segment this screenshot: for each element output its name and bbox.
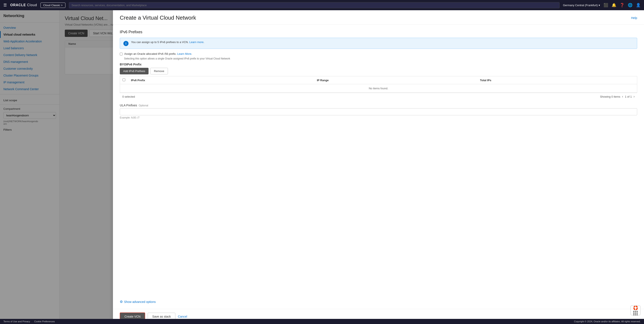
- col-total-ips: Total IPs: [477, 76, 637, 84]
- footer-links: Terms of Use and Privacy Cookie Preferen…: [4, 320, 58, 323]
- nav-right: Germany Central (Frankfurt) ▾ ⬛ 🔔 ❓ 🌐 👤: [563, 3, 640, 8]
- table-footer: 0 selected Showing 0 items ‹ 1 of 1 ›: [120, 93, 637, 100]
- oracle-ipv6-label: Assign an Oracle allocated IPv6 /56 pref…: [124, 52, 192, 56]
- cloud-classic-button[interactable]: Cloud Classic >: [40, 2, 66, 8]
- checkbox-learn-more-link[interactable]: Learn More: [177, 52, 191, 56]
- section-ipv6-title: IPv6 Prefixes: [120, 30, 637, 34]
- oracle-ipv6-checkbox-row: Assign an Oracle allocated IPv6 /56 pref…: [120, 52, 637, 56]
- prev-page-button[interactable]: ‹: [622, 95, 623, 98]
- help-widget-grid: [633, 311, 638, 316]
- modal-header: Create a Virtual Cloud Network Help: [113, 10, 644, 25]
- col-ipv6-prefix: IPv6 Prefix: [128, 76, 314, 84]
- globe-icon[interactable]: 🌐: [628, 3, 632, 8]
- help-widget-icon: 🛟: [633, 305, 638, 310]
- user-icon[interactable]: 👤: [636, 3, 640, 8]
- cookie-link[interactable]: Cookie Preferences: [34, 320, 55, 323]
- select-all-checkbox[interactable]: [122, 78, 125, 81]
- bottom-bar: Terms of Use and Privacy Cookie Preferen…: [0, 319, 644, 324]
- select-all-col: [120, 76, 128, 84]
- byoipv6-table: IPv6 Prefix IP Range Total IPs No items …: [120, 76, 637, 93]
- create-vcn-modal: Create a Virtual Cloud Network Help IPv6…: [113, 10, 644, 324]
- info-text: You can assign up to 5 IPv6 prefixes to …: [131, 40, 204, 44]
- sliders-icon: ⚙: [120, 300, 123, 304]
- info-icon: i: [124, 41, 128, 46]
- remove-button[interactable]: Remove: [150, 68, 168, 74]
- ula-example: Example: fc00::/7: [120, 116, 637, 119]
- terms-link[interactable]: Terms of Use and Privacy: [4, 320, 30, 323]
- byoipv6-title: BYOIPv6 Prefix: [120, 63, 637, 66]
- pagination: Showing 0 items ‹ 1 of 1 ›: [600, 95, 634, 98]
- info-box: i You can assign up to 5 IPv6 prefixes t…: [120, 38, 637, 49]
- help-icon[interactable]: ❓: [620, 3, 624, 8]
- next-page-button[interactable]: ›: [634, 95, 634, 98]
- selected-count: 0 selected: [122, 95, 135, 98]
- oracle-logo: ORACLE Cloud: [10, 3, 37, 7]
- ula-input[interactable]: [120, 108, 637, 115]
- table-empty-row: No items found.: [120, 84, 637, 93]
- region-selector[interactable]: Germany Central (Frankfurt) ▾: [563, 4, 600, 7]
- ula-label: ULA Prefixes Optional: [120, 104, 637, 107]
- checkbox-description: Selecting this option allows a single Or…: [124, 57, 637, 60]
- oracle-ipv6-checkbox[interactable]: [120, 53, 122, 56]
- copyright: Copyright © 2024, Oracle and/or its affi…: [574, 320, 640, 323]
- modal-help-link[interactable]: Help: [631, 16, 637, 20]
- add-ipv6-prefixes-button[interactable]: Add IPv6 Prefixes: [120, 68, 148, 74]
- top-navigation: ☰ ORACLE Cloud Cloud Classic > Germany C…: [0, 0, 644, 10]
- modal-body: IPv6 Prefixes i You can assign up to 5 I…: [113, 25, 644, 296]
- search-input[interactable]: [69, 2, 560, 8]
- terminal-icon[interactable]: ⬛: [604, 3, 608, 8]
- help-widget[interactable]: 🛟: [630, 305, 640, 316]
- cancel-button[interactable]: Cancel: [178, 315, 187, 318]
- col-ip-range: IP Range: [314, 76, 477, 84]
- learn-more-info-link[interactable]: Learn more: [189, 40, 203, 44]
- modal-title: Create a Virtual Cloud Network: [120, 14, 196, 21]
- byoipv6-actions: Add IPv6 Prefixes Remove: [120, 68, 637, 74]
- bell-icon[interactable]: 🔔: [612, 3, 616, 8]
- hamburger-icon[interactable]: ☰: [4, 3, 7, 8]
- no-items-text: No items found.: [120, 84, 637, 93]
- advanced-options-link[interactable]: ⚙ Show advanced options: [120, 300, 637, 304]
